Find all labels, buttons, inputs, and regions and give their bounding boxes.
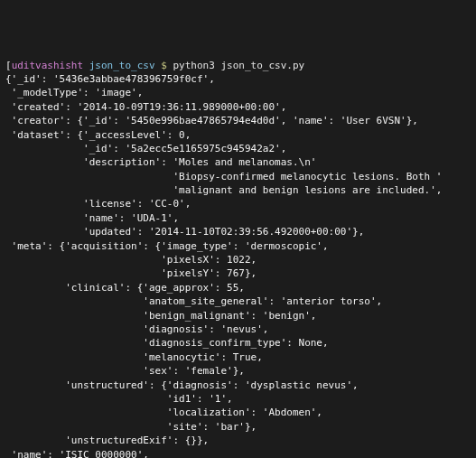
- output-line-7: 'description': 'Moles and melanomas.\n': [5, 156, 316, 168]
- output-line-21: 'melanocytic': True,: [5, 351, 263, 363]
- output-line-15: 'pixelsY': 767},: [5, 267, 257, 279]
- output-line-27: 'unstructuredExif': {}},: [5, 435, 209, 446]
- output-line-11: 'name': 'UDA-1',: [5, 212, 179, 224]
- output-line-1: {'_id': '5436e3abbae478396759f0cf',: [5, 73, 215, 85]
- output-line-10: 'license': 'CC-0',: [5, 198, 191, 210]
- output-line-24: 'id1': '1',: [5, 393, 233, 405]
- output-line-22: 'sex': 'female'},: [5, 365, 245, 377]
- output-line-25: 'localization': 'Abdomen',: [5, 407, 322, 418]
- prompt-path: json_to_csv: [89, 60, 155, 71]
- output-line-3: 'created': '2014-10-09T19:36:11.989000+0…: [5, 101, 286, 113]
- output-line-28: 'name': 'ISIC_0000000',: [5, 449, 149, 459]
- output-line-19: 'diagnosis': 'nevus',: [5, 323, 268, 335]
- prompt-dollar: $: [161, 60, 167, 71]
- output-line-17: 'anatom_site_general': 'anterior torso',: [5, 295, 382, 307]
- output-line-6: '_id': '5a2ecc5e1165975c945942a2',: [5, 143, 286, 154]
- output-line-4: 'creator': {'_id': '5450e996bae47865794e…: [5, 115, 418, 126]
- prompt-bracket-open: [: [5, 60, 12, 71]
- output-line-13: 'meta': {'acquisition': {'image_type': '…: [5, 240, 329, 252]
- prompt-user: uditvashisht: [12, 60, 83, 71]
- output-line-18: 'benign_malignant': 'benign',: [5, 310, 316, 322]
- output-line-12: 'updated': '2014-11-10T02:39:56.492000+0…: [5, 226, 364, 238]
- prompt-command: python3 json_to_csv.py: [173, 60, 304, 71]
- output-line-8: 'Biopsy-confirmed melanocytic lesions. B…: [5, 171, 442, 182]
- output-line-16: 'clinical': {'age_approx': 55,: [5, 282, 245, 294]
- output-line-9: 'malignant and benign lesions are includ…: [5, 184, 442, 196]
- output-line-23: 'unstructured': {'diagnosis': 'dysplasti…: [5, 379, 359, 391]
- output-line-20: 'diagnosis_confirm_type': None,: [5, 337, 329, 349]
- output-line-2: '_modelType': 'image',: [5, 87, 143, 98]
- output-line-26: 'site': 'bar'},: [5, 421, 257, 433]
- output-line-14: 'pixelsX': 1022,: [5, 254, 257, 266]
- output-line-5: 'dataset': {'_accessLevel': 0,: [5, 129, 191, 141]
